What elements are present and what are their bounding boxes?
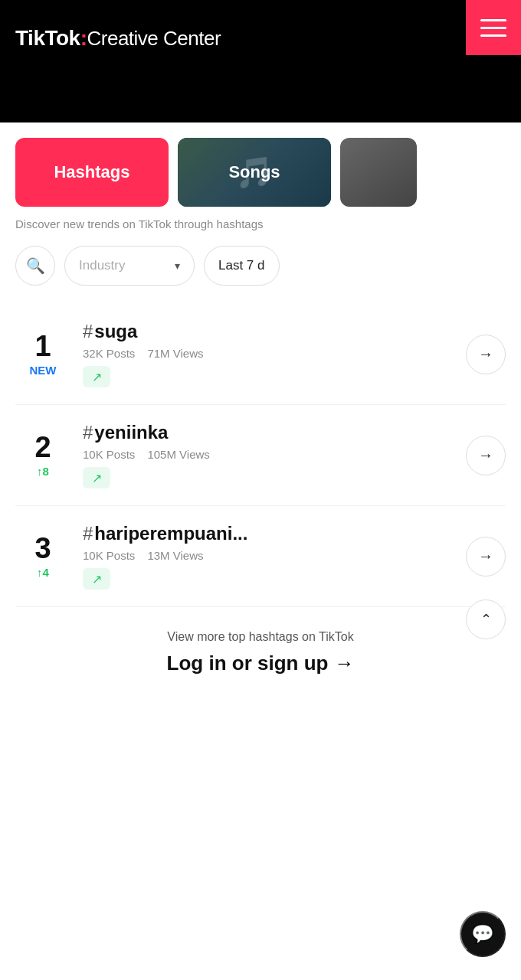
hashtag-item-3: 3 ↑4 #hariperempuani... 10K Posts13M Vie… — [15, 506, 506, 607]
rank-col-3: 3 ↑4 — [15, 534, 70, 579]
hashtag-name-3: #hariperempuani... — [83, 523, 454, 544]
logo-creative: Creative Center — [87, 27, 221, 50]
trend-up-icon-2: ↗ — [92, 471, 102, 485]
trend-badge-1: ↗ — [83, 366, 110, 387]
menu-button[interactable] — [466, 0, 521, 55]
hashtag-item-2: 2 ↑8 #yeniinka 10K Posts105M Views ↗ → — [15, 405, 506, 506]
rank-number-3: 3 — [34, 534, 51, 563]
back-to-top-button[interactable]: ⌃ — [466, 599, 506, 639]
rank-col-2: 2 ↑8 — [15, 433, 70, 478]
industry-label: Industry — [79, 258, 125, 273]
tab-songs-label: Songs — [228, 162, 280, 182]
arrow-button-2[interactable]: → — [466, 436, 506, 475]
hashtag-info-2: #yeniinka 10K Posts105M Views ↗ — [83, 422, 454, 488]
rank-change-3: ↑4 — [37, 566, 49, 579]
filters-row: 🔍 Industry ▾ Last 7 d — [0, 246, 521, 304]
login-row: Log in or sign up → — [15, 652, 506, 675]
tabs-section: Hashtags 🎵 Songs — [0, 122, 521, 207]
hashtag-stats-1: 32K Posts71M Views — [83, 347, 454, 360]
search-icon: 🔍 — [26, 256, 45, 275]
header: TikTok:Creative Center — [0, 0, 521, 77]
login-label: Log in or sign up — [167, 652, 329, 675]
logo-tiktok: TikTok — [15, 26, 80, 50]
rank-change-2: ↑8 — [37, 465, 49, 478]
rank-col-1: 1 NEW — [15, 332, 70, 377]
hashtag-info-3: #hariperempuani... 10K Posts13M Views ↗ — [83, 523, 454, 590]
tab-third-bg — [340, 138, 417, 207]
arrow-button-3[interactable]: → — [466, 537, 506, 577]
search-button[interactable]: 🔍 — [15, 246, 55, 286]
hashtag-name-1: #suga — [83, 321, 454, 342]
tabs-row: Hashtags 🎵 Songs — [15, 138, 506, 207]
hashtag-list: 1 NEW #suga 32K Posts71M Views ↗ → 2 ↑8 … — [0, 304, 521, 607]
rank-badge-new-1: NEW — [30, 364, 57, 377]
tab-third[interactable] — [340, 138, 417, 207]
footer-section: ⌃ View more top hashtags on TikTok Log i… — [0, 607, 521, 691]
time-filter[interactable]: Last 7 d — [204, 246, 280, 286]
hashtag-hash-1: # — [83, 321, 93, 341]
trend-badge-2: ↗ — [83, 467, 110, 488]
description-text: Discover new trends on TikTok through ha… — [0, 207, 521, 246]
trend-up-icon-3: ↗ — [92, 572, 102, 586]
rank-number-2: 2 — [34, 433, 51, 462]
subheader-strip — [0, 77, 521, 122]
hashtag-item: 1 NEW #suga 32K Posts71M Views ↗ → — [15, 304, 506, 405]
tab-hashtags[interactable]: Hashtags — [15, 138, 169, 207]
hashtag-info-1: #suga 32K Posts71M Views ↗ — [83, 321, 454, 387]
hashtag-stats-3: 10K Posts13M Views — [83, 549, 454, 562]
trend-up-icon-1: ↗ — [92, 370, 102, 384]
tab-hashtags-label: Hashtags — [54, 162, 129, 182]
menu-icon-line3 — [480, 34, 506, 37]
arrow-button-1[interactable]: → — [466, 335, 506, 374]
view-more-text: View more top hashtags on TikTok — [15, 630, 506, 644]
tab-songs[interactable]: 🎵 Songs — [178, 138, 331, 207]
trend-badge-3: ↗ — [83, 568, 110, 590]
login-arrow-icon: → — [334, 652, 354, 675]
chevron-up-icon: ⌃ — [480, 611, 492, 628]
menu-icon-line2 — [480, 27, 506, 29]
time-filter-label: Last 7 d — [218, 258, 265, 273]
hashtag-name-2: #yeniinka — [83, 422, 454, 443]
hashtag-hash-3: # — [83, 523, 93, 544]
hashtag-hash-2: # — [83, 422, 93, 443]
menu-icon-line1 — [480, 19, 506, 21]
chevron-down-icon: ▾ — [175, 260, 180, 272]
industry-dropdown[interactable]: Industry ▾ — [64, 246, 195, 286]
logo: TikTok:Creative Center — [15, 26, 221, 51]
rank-number-1: 1 — [34, 332, 51, 361]
hashtag-stats-2: 10K Posts105M Views — [83, 448, 454, 461]
